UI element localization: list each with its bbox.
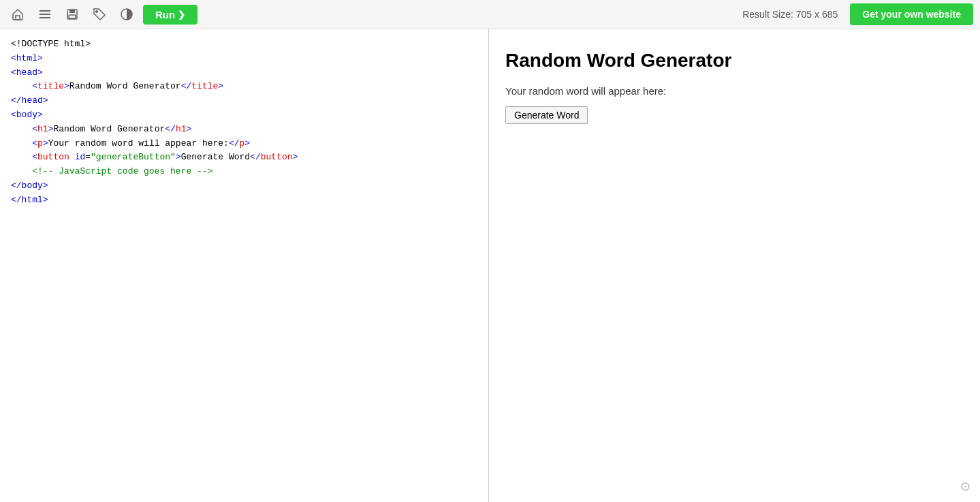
tag-icon[interactable] xyxy=(89,3,110,25)
svg-rect-2 xyxy=(39,14,50,15)
code-line: </head> xyxy=(11,94,477,108)
code-line: <button id="generateButton">Generate Wor… xyxy=(11,151,477,165)
main-area: <!DOCTYPE html><html><head> <title>Rando… xyxy=(0,29,980,502)
code-line: </body> xyxy=(11,179,477,193)
svg-rect-6 xyxy=(69,15,76,18)
get-website-button[interactable]: Get your own website xyxy=(850,3,973,25)
home-icon[interactable] xyxy=(7,3,29,25)
preview-paragraph: Your random word will appear here: xyxy=(505,85,964,97)
code-line: <body> xyxy=(11,108,477,123)
run-chevron-icon: ❯ xyxy=(178,10,185,20)
svg-rect-3 xyxy=(39,17,50,18)
svg-rect-1 xyxy=(39,10,50,12)
svg-point-7 xyxy=(96,11,97,12)
contrast-icon[interactable] xyxy=(116,3,138,25)
svg-rect-0 xyxy=(16,16,20,20)
code-line: <!-- JavaScript code goes here --> xyxy=(11,165,477,179)
code-line: </html> xyxy=(11,193,477,208)
toolbar: Run ❯ Result Size: 705 x 685 Get your ow… xyxy=(0,0,980,29)
code-line: <!DOCTYPE html> xyxy=(11,37,477,52)
svg-rect-5 xyxy=(69,10,75,13)
zoom-icon[interactable]: ⊙ xyxy=(960,479,970,494)
preview-title: Random Word Generator xyxy=(505,50,964,72)
result-size-label: Result Size: 705 x 685 xyxy=(742,9,838,20)
code-line: <p>Your random word will appear here:</p… xyxy=(11,137,477,151)
code-editor[interactable]: <!DOCTYPE html><html><head> <title>Rando… xyxy=(0,29,489,502)
run-button[interactable]: Run ❯ xyxy=(143,5,197,25)
code-line: <head> xyxy=(11,66,477,80)
menu-icon[interactable] xyxy=(34,3,56,25)
code-line: <h1>Random Word Generator</h1> xyxy=(11,123,477,137)
run-label: Run xyxy=(155,9,175,20)
code-line: <html> xyxy=(11,52,477,66)
generate-word-button[interactable]: Generate Word xyxy=(505,106,588,124)
preview-panel: Random Word Generator Your random word w… xyxy=(489,29,980,502)
save-icon[interactable] xyxy=(61,3,83,25)
code-line: <title>Random Word Generator</title> xyxy=(11,80,477,94)
